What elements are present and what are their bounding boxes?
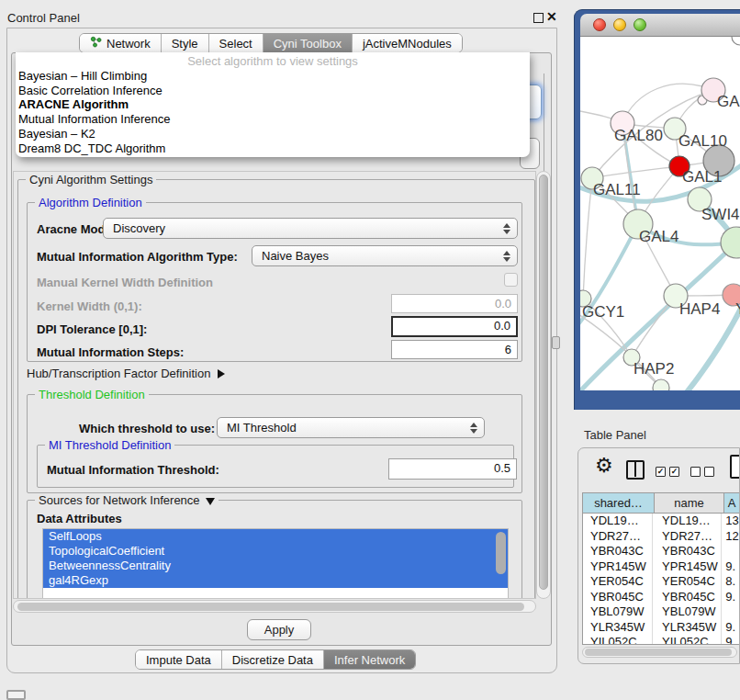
- minimize-traffic-light-icon[interactable]: [613, 18, 626, 31]
- scrollbar-thumb[interactable]: [17, 603, 524, 611]
- aracne-mode-combo[interactable]: Discovery: [103, 218, 518, 239]
- node-table: shared… name A YDL19… YDL19… 13 YDR27… Y…: [582, 492, 740, 645]
- dpi-tolerance-field[interactable]: 0.0: [391, 316, 518, 337]
- threshold-definition-group: Threshold Definition Which threshold to …: [27, 394, 522, 493]
- table-row[interactable]: YDL19… YDL19… 13: [583, 514, 740, 529]
- manual-kernel-checkbox[interactable]: [504, 273, 518, 287]
- split-panel-icon[interactable]: [626, 460, 645, 480]
- gear-icon[interactable]: ⚙: [595, 456, 613, 476]
- apply-button[interactable]: Apply: [247, 619, 311, 640]
- groupbox-border-fragment: [544, 73, 544, 171]
- table-row[interactable]: YPR145W YPR145W 9.: [583, 559, 740, 575]
- node-label: GAL80: [614, 127, 663, 144]
- node-label: GCY1: [582, 303, 624, 321]
- list-item[interactable]: gal4RGexp: [43, 573, 508, 588]
- algorithm-definition-group: Algorithm Definition Aracne Mode: Discov…: [27, 202, 522, 362]
- edge: [592, 166, 679, 178]
- manual-kernel-label: Manual Kernel Width Definition: [37, 276, 213, 289]
- settings-scroll-area: Cyni Algorithm Settings Algorithm Defini…: [13, 171, 536, 599]
- group-title: Cyni Algorithm Settings: [26, 173, 156, 186]
- node-label: HAP4: [679, 300, 720, 318]
- list-scrollbar[interactable]: [496, 532, 506, 574]
- column-header-shared-name[interactable]: shared…: [583, 493, 655, 513]
- dropdown-item-selected[interactable]: ARACNE Algorithm: [16, 97, 530, 112]
- mi-threshold-field[interactable]: 0.5: [388, 458, 517, 480]
- mi-threshold-definition-group: MI Threshold Definition Mutual Informati…: [37, 445, 514, 488]
- node-label: Y: [735, 300, 740, 318]
- node[interactable]: [653, 379, 669, 390]
- close-traffic-light-icon[interactable]: [593, 18, 606, 31]
- algorithm-dropdown-list: Select algorithm to view settings Bayesi…: [16, 52, 530, 157]
- scrollbar-thumb[interactable]: [585, 649, 732, 656]
- dropdown-item[interactable]: Dream8 DC_TDC Algorithm: [16, 141, 530, 156]
- table-row[interactable]: YBR043C YBR043C: [583, 544, 740, 559]
- node-label: GAL11: [593, 181, 641, 198]
- network-view-window: GAL GAL80 GAL10 GAL1 GAL11 SWI4 GAL4 GCY…: [574, 9, 740, 410]
- combo-arrows-icon: [470, 423, 477, 434]
- partial-panel-icon: [6, 690, 26, 700]
- mi-type-combo[interactable]: Naive Bayes: [252, 245, 518, 266]
- sources-group: Sources for Network Inference Data Attri…: [27, 500, 522, 599]
- table-row[interactable]: YBL079W YBL079W: [583, 604, 740, 620]
- tab-jactivemnodules[interactable]: jActiveMNodules: [353, 34, 462, 52]
- sources-toggle[interactable]: Sources for Network Inference: [35, 493, 219, 507]
- hub-definition-toggle[interactable]: Hub/Transcription Factor Definition: [27, 367, 225, 380]
- table-panel-title: Table Panel: [584, 428, 646, 442]
- node-label: GAL: [717, 93, 740, 110]
- tab-impute-data[interactable]: Impute Data: [136, 650, 222, 669]
- group-title: MI Threshold Definition: [45, 438, 174, 452]
- list-item[interactable]: TopologicalCoefficient: [43, 544, 508, 559]
- tab-discretize-data[interactable]: Discretize Data: [222, 650, 324, 669]
- node-label: HAP2: [633, 360, 674, 378]
- unchecked-pair-icon[interactable]: [690, 467, 714, 477]
- dropdown-item[interactable]: Basic Correlation Inference: [16, 84, 530, 98]
- list-item[interactable]: BetweennessCentrality: [43, 559, 508, 573]
- expand-right-icon: [218, 369, 225, 378]
- which-threshold-combo[interactable]: MI Threshold: [217, 417, 485, 438]
- settings-vertical-scrollbar[interactable]: [536, 171, 551, 599]
- dropdown-item[interactable]: Bayesian – Hill Climbing: [16, 69, 530, 84]
- table-row[interactable]: YLR345W YLR345W 9.: [583, 620, 740, 636]
- tab-style[interactable]: Style: [162, 34, 209, 52]
- table-row[interactable]: YBR045C YBR045C 9.: [583, 590, 740, 605]
- dropdown-item[interactable]: Bayesian – K2: [16, 127, 530, 141]
- scrollbar-thumb[interactable]: [539, 175, 548, 590]
- mi-threshold-label: Mutual Information Threshold:: [47, 463, 219, 477]
- group-title: Algorithm Definition: [35, 196, 146, 209]
- float-window-icon[interactable]: [533, 13, 544, 23]
- node[interactable]: [732, 37, 740, 45]
- document-icon[interactable]: [730, 455, 740, 479]
- table-horizontal-scrollbar[interactable]: [582, 647, 737, 658]
- control-panel-title: Control Panel: [7, 11, 80, 25]
- tab-select[interactable]: Select: [209, 34, 263, 52]
- tab-infer-network[interactable]: Infer Network: [324, 650, 415, 669]
- checked-pair-icon[interactable]: ✓✓: [656, 467, 679, 477]
- dropdown-item[interactable]: Mutual Information Inference: [16, 112, 530, 127]
- zoom-traffic-light-icon[interactable]: [633, 18, 646, 31]
- panel-splitter-handle[interactable]: [552, 336, 560, 349]
- network-window-titlebar[interactable]: [580, 14, 740, 37]
- list-item[interactable]: SelfLoops: [43, 529, 508, 544]
- mi-steps-field[interactable]: 6: [391, 340, 518, 359]
- data-attributes-list: SelfLoops TopologicalCoefficient Between…: [42, 528, 509, 599]
- expand-down-icon: [206, 498, 215, 505]
- table-row[interactable]: YER054C YER054C 8.: [583, 574, 740, 590]
- column-header-clipped[interactable]: A: [724, 493, 740, 513]
- table-row[interactable]: YDR27… YDR27… 12: [583, 529, 740, 545]
- node-label: SWI4: [701, 206, 740, 223]
- combo-arrows-icon: [503, 223, 510, 234]
- close-icon[interactable]: ✕: [546, 9, 557, 24]
- tab-cyni-toolbox[interactable]: Cyni Toolbox: [263, 34, 353, 52]
- network-canvas[interactable]: GAL GAL80 GAL10 GAL1 GAL11 SWI4 GAL4 GCY…: [580, 37, 740, 390]
- kernel-width-field[interactable]: 0.0: [391, 294, 518, 313]
- table-header: shared… name A: [583, 493, 740, 514]
- footer-tabs: Impute Data Discretize Data Infer Networ…: [135, 649, 416, 670]
- settings-horizontal-scrollbar[interactable]: [13, 600, 536, 613]
- table-row[interactable]: YIL052C YIL052C 9: [583, 635, 740, 645]
- column-header-name[interactable]: name: [655, 493, 724, 513]
- network-graph: GAL GAL80 GAL10 GAL1 GAL11 SWI4 GAL4 GCY…: [580, 37, 740, 390]
- mi-type-label: Mutual Information Algorithm Type:: [37, 250, 238, 264]
- tab-network[interactable]: Network: [80, 34, 162, 52]
- edge: [583, 178, 592, 299]
- kernel-width-label: Kernel Width (0,1):: [37, 299, 142, 313]
